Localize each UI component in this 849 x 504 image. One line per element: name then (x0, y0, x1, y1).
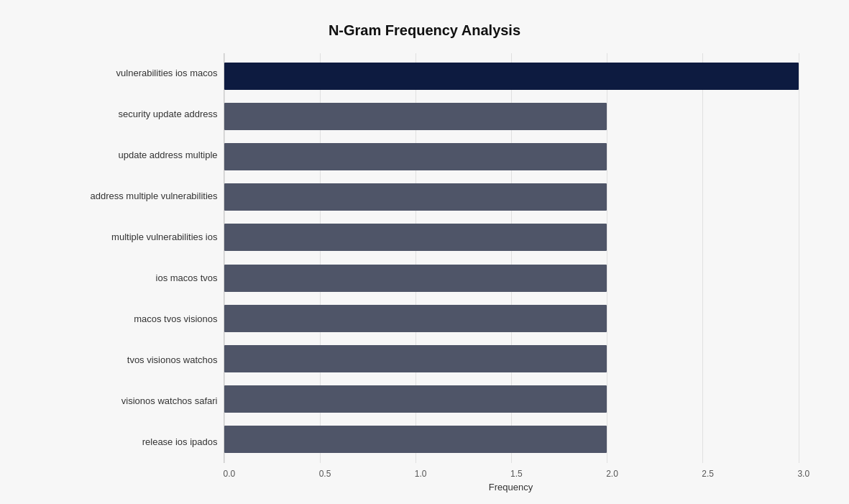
x-axis: 0.00.51.01.52.02.53.0 (51, 469, 799, 479)
bar-row (224, 101, 799, 132)
bars-wrapper (224, 53, 799, 463)
y-label: security update address (51, 96, 218, 133)
bar-row (224, 303, 799, 334)
chart-title: N-Gram Frequency Analysis (51, 22, 799, 39)
bar (224, 426, 607, 453)
bar-row (224, 181, 799, 213)
y-label: address multiple vulnerabilities (51, 178, 218, 215)
y-label: update address multiple (51, 137, 218, 174)
y-label: visionos watchos safari (51, 382, 218, 420)
bar (224, 143, 607, 170)
x-axis-label: Frequency (51, 482, 799, 492)
y-label: vulnerabilities ios macos (51, 55, 218, 92)
bar-row (224, 221, 799, 253)
grid-line (799, 53, 799, 463)
y-label: release ios ipados (51, 423, 218, 461)
bar (224, 345, 607, 372)
bar (224, 63, 799, 90)
x-tick-label: 2.0 (606, 469, 607, 479)
chart-area: vulnerabilities ios macossecurity update… (51, 53, 799, 463)
bar (224, 103, 607, 130)
y-label: ios macos tvos (51, 260, 218, 297)
bar (224, 265, 607, 292)
x-tick-label: 0.5 (319, 469, 320, 479)
bar-row (224, 60, 799, 92)
x-tick-label: 2.5 (702, 469, 702, 479)
y-label: macos tvos visionos (51, 301, 218, 338)
bar (224, 305, 607, 332)
x-tick-label: 0.0 (224, 469, 224, 479)
x-tick-label: 1.0 (415, 469, 416, 479)
y-labels: vulnerabilities ios macossecurity update… (51, 53, 224, 463)
y-label: tvos visionos watchos (51, 342, 218, 379)
x-tick-label: 3.0 (797, 469, 798, 479)
x-tick-label: 1.5 (510, 469, 511, 479)
bar-row (224, 262, 799, 294)
bar-row (224, 141, 799, 173)
chart-container: N-Gram Frequency Analysis vulnerabilitie… (29, 8, 820, 497)
bar (224, 183, 607, 211)
bar (224, 224, 607, 251)
bar-row (224, 383, 799, 415)
bars-and-grid (224, 53, 799, 463)
y-label: multiple vulnerabilities ios (51, 219, 218, 256)
bar-row (224, 423, 799, 455)
bar (224, 385, 607, 413)
bar-row (224, 343, 799, 375)
